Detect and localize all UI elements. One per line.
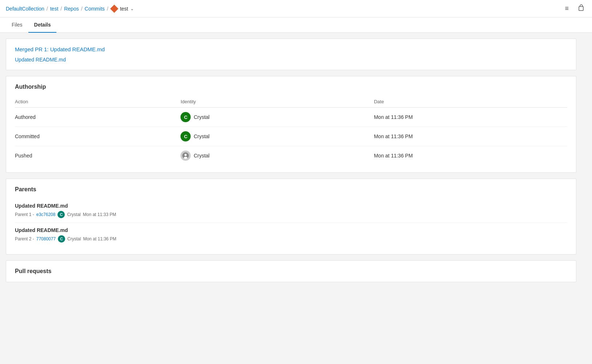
col-header-identity: Identity	[180, 96, 374, 108]
breadcrumb-sep-3: /	[81, 6, 83, 12]
breadcrumb: DefaultCollection / test / Repos / Commi…	[6, 5, 134, 12]
tab-details[interactable]: Details	[28, 17, 57, 33]
parent-hash[interactable]: e3c76208	[36, 212, 56, 217]
parent-avatar: C	[57, 211, 65, 218]
authorship-title: Authorship	[15, 84, 567, 90]
commit-description[interactable]: Updated README.md	[15, 57, 567, 63]
parents-card: Parents Updated README.md Parent 1 - e3c…	[6, 179, 576, 255]
breadcrumb-current-repo: test ⌄	[111, 5, 134, 12]
parent-label: Parent 2 -	[15, 236, 34, 241]
repo-name-label: test	[120, 6, 128, 12]
parent-author: Crystal	[67, 236, 81, 241]
tabs-bar: Files Details	[0, 17, 592, 33]
date-cell: Mon at 11:36 PM	[374, 127, 567, 146]
col-header-date: Date	[374, 96, 567, 108]
bag-icon	[577, 5, 585, 13]
commit-title[interactable]: Merged PR 1: Updated README.md	[15, 46, 567, 52]
authorship-card: Authorship Action Identity Date Authored…	[6, 76, 576, 173]
avatar-system	[180, 151, 191, 161]
authorship-row: Committed C Crystal Mon at 11:36 PM	[15, 127, 567, 146]
parent-commit-title[interactable]: Updated README.md	[15, 203, 567, 209]
parents-title: Parents	[15, 186, 567, 193]
col-header-action: Action	[15, 96, 180, 108]
breadcrumb-sep-1: /	[47, 6, 48, 12]
breadcrumb-sep-4: /	[107, 6, 108, 12]
top-nav: DefaultCollection / test / Repos / Commi…	[0, 0, 592, 17]
breadcrumb-project[interactable]: test	[50, 6, 59, 12]
list-icon: ≡	[565, 5, 569, 12]
parent-hash[interactable]: 77080077	[36, 236, 56, 241]
date-cell: Mon at 11:36 PM	[374, 146, 567, 165]
svg-point-2	[184, 154, 187, 156]
svg-rect-0	[579, 7, 583, 11]
main-content: Merged PR 1: Updated README.md Updated R…	[0, 33, 582, 288]
repo-dropdown-icon[interactable]: ⌄	[130, 6, 134, 11]
svg-point-3	[184, 157, 187, 159]
breadcrumb-repos[interactable]: Repos	[64, 6, 79, 12]
repo-icon	[111, 5, 118, 12]
identity-name: Crystal	[194, 114, 210, 120]
nav-icons: ≡	[563, 3, 586, 15]
breadcrumb-collection[interactable]: DefaultCollection	[6, 6, 44, 12]
authorship-row: Pushed Crystal Mon at 11:36 PM	[15, 146, 567, 165]
parent-meta: Parent 1 - e3c76208 C Crystal Mon at 11:…	[15, 211, 567, 218]
authorship-table: Action Identity Date Authored C Crystal …	[15, 96, 567, 165]
date-cell: Mon at 11:36 PM	[374, 108, 567, 127]
parent-item: Updated README.md Parent 1 - e3c76208 C …	[15, 199, 567, 223]
pull-requests-title: Pull requests	[15, 268, 567, 275]
parent-avatar: C	[58, 235, 65, 243]
authorship-row: Authored C Crystal Mon at 11:36 PM	[15, 108, 567, 127]
identity-cell: C Crystal	[180, 108, 374, 127]
list-icon-button[interactable]: ≡	[563, 3, 570, 14]
identity-name: Crystal	[194, 133, 210, 139]
parent-author: Crystal	[67, 212, 80, 217]
avatar: C	[180, 112, 191, 122]
breadcrumb-commits[interactable]: Commits	[85, 6, 105, 12]
parent-meta: Parent 2 - 77080077 C Crystal Mon at 11:…	[15, 235, 567, 243]
tab-files[interactable]: Files	[6, 17, 28, 33]
identity-cell: C Crystal	[180, 127, 374, 146]
action-cell: Committed	[15, 127, 180, 146]
parents-list: Updated README.md Parent 1 - e3c76208 C …	[15, 199, 567, 247]
parent-date: Mon at 11:36 PM	[83, 236, 116, 241]
identity-name: Crystal	[194, 153, 210, 159]
action-cell: Pushed	[15, 146, 180, 165]
identity-cell: Crystal	[180, 146, 374, 165]
parent-label: Parent 1 -	[15, 212, 34, 217]
parent-item: Updated README.md Parent 2 - 77080077 C …	[15, 223, 567, 247]
pull-requests-card: Pull requests	[6, 260, 576, 282]
commit-message-card: Merged PR 1: Updated README.md Updated R…	[6, 39, 576, 70]
parent-date: Mon at 11:33 PM	[83, 212, 116, 217]
avatar: C	[180, 131, 191, 141]
action-cell: Authored	[15, 108, 180, 127]
bag-icon-button[interactable]	[576, 3, 586, 15]
parent-commit-title[interactable]: Updated README.md	[15, 227, 567, 233]
breadcrumb-sep-2: /	[60, 6, 62, 12]
